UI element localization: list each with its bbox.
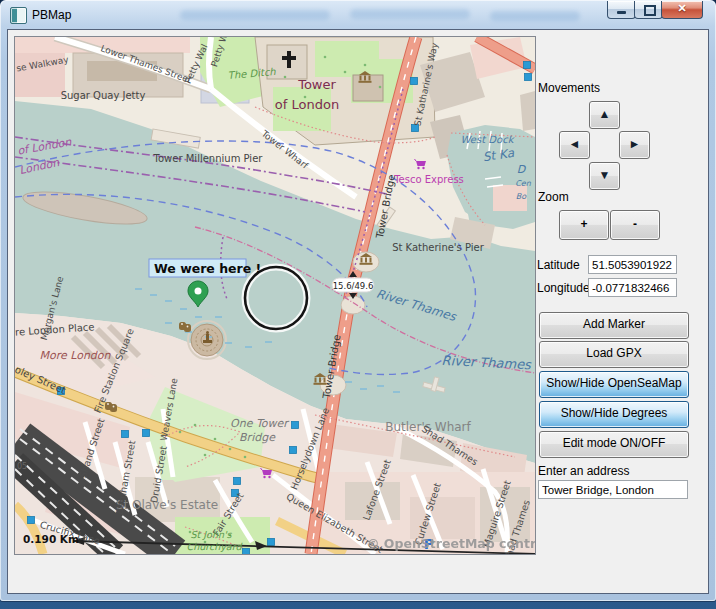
add-marker-button[interactable]: Add Marker	[539, 312, 689, 339]
map-label-tower-millennium-pier: Tower Millennium Pier	[153, 153, 264, 164]
move-right-button[interactable]: ►	[619, 131, 650, 159]
close-button[interactable]: ✕	[661, 1, 703, 19]
map-label-more-london: More London	[39, 349, 111, 362]
map-label-st-katherines-pier: St Katherine's Pier	[392, 242, 485, 253]
move-left-button[interactable]: ◄	[559, 131, 590, 159]
glass-reflection	[490, 11, 580, 21]
title-bar[interactable]: PBMap ✕	[0, 0, 716, 30]
app-window: PBMap ✕	[0, 0, 716, 601]
minimize-button[interactable]	[607, 1, 636, 19]
map-label-bo: Bo	[516, 192, 527, 201]
maximize-icon	[644, 5, 656, 16]
map-label-cen: Cen	[515, 179, 532, 188]
maximize-button[interactable]	[634, 1, 663, 19]
marker-label-text: We were here !	[154, 261, 261, 276]
move-down-button[interactable]: ▼	[589, 162, 620, 190]
map-label-one-tower-bridge-2: Bridge	[239, 431, 276, 444]
address-input[interactable]	[538, 480, 688, 499]
map-label-sugar-quay-jetty: Sugar Quay Jetty	[61, 90, 146, 101]
move-up-button[interactable]: ▲	[589, 101, 620, 129]
edit-mode-button[interactable]: Edit mode ON/OFF	[539, 431, 689, 458]
zoom-out-button[interactable]: -	[610, 210, 660, 240]
map-label-tower-of-london-2: of London	[275, 97, 339, 112]
app-icon	[10, 7, 27, 24]
marker-label[interactable]: We were here !	[149, 259, 261, 277]
movements-label: Movements	[538, 81, 600, 95]
client-area: We were here ! 15.6/49.6 se Walkway Lowe…	[8, 30, 708, 593]
close-icon: ✕	[662, 2, 702, 15]
map-attribution: © OpenStreetMap contributors	[367, 536, 535, 551]
map-label-west-dock: West Dock	[461, 134, 516, 145]
map-label-one-tower-bridge-1: One Tower	[230, 417, 290, 430]
map-label-ref-05: 05	[17, 462, 27, 471]
longitude-label: Longitude	[537, 281, 590, 295]
map-label-st-johns-2: Churchyard	[187, 541, 243, 552]
zoom-in-button[interactable]: +	[559, 210, 609, 240]
map-canvas[interactable]: We were here ! 15.6/49.6 se Walkway Lowe…	[15, 37, 535, 554]
window-title: PBMap	[32, 8, 71, 22]
minimize-icon	[617, 11, 626, 14]
scale-text: 0.190 Km	[23, 533, 79, 545]
map-label-tesco-express: Tesco Express	[393, 174, 464, 185]
map-label-tower-of-london-1: Tower	[297, 77, 336, 92]
map-label-st-olaves-estate: St Olave's Estate	[116, 498, 218, 512]
map-container[interactable]: We were here ! 15.6/49.6 se Walkway Lowe…	[14, 36, 536, 555]
bridge-badge-text: 15.6/49.6	[333, 281, 374, 291]
load-gpx-button[interactable]: Load GPX	[539, 341, 689, 368]
zoom-label: Zoom	[538, 190, 569, 204]
glass-reflection	[350, 9, 470, 19]
longitude-input[interactable]	[588, 278, 677, 297]
latitude-label: Latitude	[537, 258, 580, 272]
toggle-degrees-button[interactable]: Show/Hide Degrees	[539, 401, 689, 428]
map-label-st-johns-1: St John's	[191, 529, 233, 540]
toggle-openseamap-button[interactable]: Show/Hide OpenSeaMap	[539, 371, 689, 398]
desktop-background: PBMap ✕	[0, 0, 716, 609]
address-label: Enter an address	[538, 464, 629, 478]
glass-reflection	[180, 10, 330, 20]
latitude-input[interactable]	[588, 255, 677, 274]
